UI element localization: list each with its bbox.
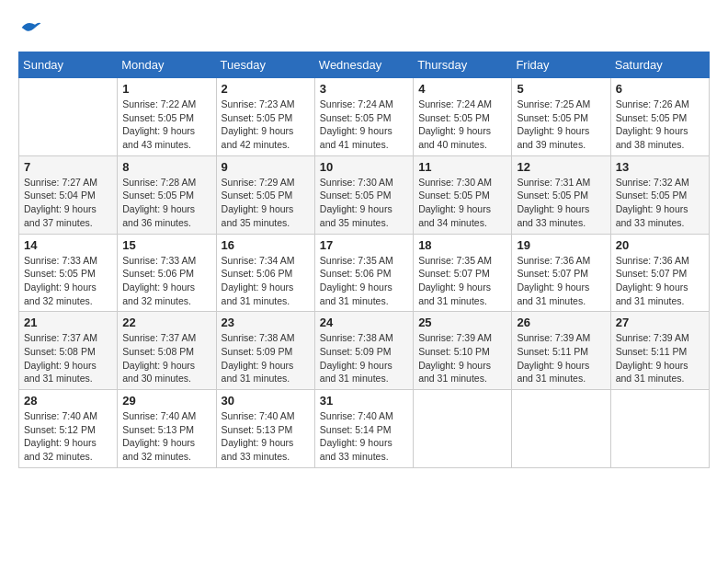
- day-info: Sunrise: 7:32 AMSunset: 5:05 PMDaylight:…: [616, 176, 704, 230]
- day-number: 30: [222, 394, 310, 408]
- calendar-header-row: SundayMondayTuesdayWednesdayThursdayFrid…: [19, 52, 710, 78]
- day-number: 15: [122, 238, 210, 252]
- calendar-cell: 6Sunrise: 7:26 AMSunset: 5:05 PMDaylight…: [610, 78, 709, 156]
- day-info: Sunrise: 7:30 AMSunset: 5:05 PMDaylight:…: [418, 176, 506, 230]
- calendar-cell: 7Sunrise: 7:27 AMSunset: 5:04 PMDaylight…: [19, 155, 118, 234]
- day-number: 7: [24, 160, 112, 174]
- page-header: [18, 18, 710, 37]
- logo-bird-icon: [20, 18, 42, 37]
- weekday-header: Wednesday: [314, 52, 413, 78]
- day-number: 5: [517, 82, 605, 96]
- day-number: 18: [418, 238, 506, 252]
- weekday-header: Monday: [118, 52, 216, 78]
- day-number: 27: [616, 316, 704, 329]
- day-number: 8: [122, 160, 210, 174]
- calendar-cell: 15Sunrise: 7:33 AMSunset: 5:06 PMDayligh…: [118, 234, 216, 312]
- day-number: 1: [122, 82, 210, 96]
- day-info: Sunrise: 7:38 AMSunset: 5:09 PMDaylight:…: [320, 331, 408, 385]
- calendar-cell: 23Sunrise: 7:38 AMSunset: 5:09 PMDayligh…: [216, 312, 314, 390]
- day-info: Sunrise: 7:37 AMSunset: 5:08 PMDaylight:…: [122, 331, 210, 385]
- day-number: 4: [418, 82, 506, 96]
- calendar-cell: [414, 390, 512, 468]
- day-number: 2: [222, 82, 310, 96]
- calendar-week-row: 28Sunrise: 7:40 AMSunset: 5:12 PMDayligh…: [19, 390, 710, 468]
- day-number: 11: [418, 160, 506, 174]
- day-info: Sunrise: 7:36 AMSunset: 5:07 PMDaylight:…: [616, 254, 704, 308]
- calendar-week-row: 21Sunrise: 7:37 AMSunset: 5:08 PMDayligh…: [19, 312, 710, 390]
- calendar-cell: 18Sunrise: 7:35 AMSunset: 5:07 PMDayligh…: [414, 234, 512, 312]
- calendar-cell: [19, 78, 118, 156]
- day-info: Sunrise: 7:25 AMSunset: 5:05 PMDaylight:…: [517, 98, 605, 152]
- day-number: 17: [320, 238, 408, 252]
- weekday-header: Saturday: [610, 52, 709, 78]
- day-number: 13: [616, 160, 704, 174]
- calendar-week-row: 1Sunrise: 7:22 AMSunset: 5:05 PMDaylight…: [19, 78, 710, 156]
- day-info: Sunrise: 7:39 AMSunset: 5:10 PMDaylight:…: [418, 331, 506, 385]
- calendar-cell: 29Sunrise: 7:40 AMSunset: 5:13 PMDayligh…: [118, 390, 216, 468]
- day-info: Sunrise: 7:34 AMSunset: 5:06 PMDaylight:…: [222, 254, 310, 308]
- day-number: 14: [24, 238, 112, 252]
- day-info: Sunrise: 7:39 AMSunset: 5:11 PMDaylight:…: [517, 331, 605, 385]
- weekday-header: Thursday: [414, 52, 512, 78]
- calendar-cell: [512, 390, 610, 468]
- day-info: Sunrise: 7:30 AMSunset: 5:05 PMDaylight:…: [320, 176, 408, 230]
- calendar-cell: 14Sunrise: 7:33 AMSunset: 5:05 PMDayligh…: [19, 234, 118, 312]
- calendar-cell: 28Sunrise: 7:40 AMSunset: 5:12 PMDayligh…: [19, 390, 118, 468]
- day-number: 16: [222, 238, 310, 252]
- calendar-cell: 10Sunrise: 7:30 AMSunset: 5:05 PMDayligh…: [314, 155, 413, 234]
- day-info: Sunrise: 7:24 AMSunset: 5:05 PMDaylight:…: [418, 98, 506, 152]
- day-info: Sunrise: 7:26 AMSunset: 5:05 PMDaylight:…: [616, 98, 704, 152]
- calendar-cell: 27Sunrise: 7:39 AMSunset: 5:11 PMDayligh…: [610, 312, 709, 390]
- calendar-week-row: 14Sunrise: 7:33 AMSunset: 5:05 PMDayligh…: [19, 234, 710, 312]
- calendar-cell: 3Sunrise: 7:24 AMSunset: 5:05 PMDaylight…: [314, 78, 413, 156]
- calendar-cell: 21Sunrise: 7:37 AMSunset: 5:08 PMDayligh…: [19, 312, 118, 390]
- day-number: 10: [320, 160, 408, 174]
- calendar-cell: 2Sunrise: 7:23 AMSunset: 5:05 PMDaylight…: [216, 78, 314, 156]
- calendar-cell: 22Sunrise: 7:37 AMSunset: 5:08 PMDayligh…: [118, 312, 216, 390]
- calendar-cell: 9Sunrise: 7:29 AMSunset: 5:05 PMDaylight…: [216, 155, 314, 234]
- calendar-week-row: 7Sunrise: 7:27 AMSunset: 5:04 PMDaylight…: [19, 155, 710, 234]
- calendar-cell: 24Sunrise: 7:38 AMSunset: 5:09 PMDayligh…: [314, 312, 413, 390]
- calendar-cell: 26Sunrise: 7:39 AMSunset: 5:11 PMDayligh…: [512, 312, 610, 390]
- day-info: Sunrise: 7:28 AMSunset: 5:05 PMDaylight:…: [122, 176, 210, 230]
- day-info: Sunrise: 7:33 AMSunset: 5:05 PMDaylight:…: [24, 254, 112, 308]
- calendar-cell: 13Sunrise: 7:32 AMSunset: 5:05 PMDayligh…: [610, 155, 709, 234]
- day-number: 19: [517, 238, 605, 252]
- day-number: 26: [517, 316, 605, 329]
- day-number: 29: [122, 394, 210, 408]
- day-number: 12: [517, 160, 605, 174]
- calendar-cell: 1Sunrise: 7:22 AMSunset: 5:05 PMDaylight…: [118, 78, 216, 156]
- calendar-cell: 17Sunrise: 7:35 AMSunset: 5:06 PMDayligh…: [314, 234, 413, 312]
- day-info: Sunrise: 7:35 AMSunset: 5:06 PMDaylight:…: [320, 254, 408, 308]
- weekday-header: Sunday: [19, 52, 118, 78]
- day-info: Sunrise: 7:23 AMSunset: 5:05 PMDaylight:…: [222, 98, 310, 152]
- calendar-table: SundayMondayTuesdayWednesdayThursdayFrid…: [18, 52, 710, 468]
- calendar-cell: 20Sunrise: 7:36 AMSunset: 5:07 PMDayligh…: [610, 234, 709, 312]
- day-number: 9: [222, 160, 310, 174]
- day-info: Sunrise: 7:35 AMSunset: 5:07 PMDaylight:…: [418, 254, 506, 308]
- day-number: 28: [24, 394, 112, 408]
- calendar-cell: 12Sunrise: 7:31 AMSunset: 5:05 PMDayligh…: [512, 155, 610, 234]
- day-info: Sunrise: 7:24 AMSunset: 5:05 PMDaylight:…: [320, 98, 408, 152]
- day-info: Sunrise: 7:36 AMSunset: 5:07 PMDaylight:…: [517, 254, 605, 308]
- day-info: Sunrise: 7:39 AMSunset: 5:11 PMDaylight:…: [616, 331, 704, 385]
- day-number: 23: [222, 316, 310, 329]
- day-info: Sunrise: 7:31 AMSunset: 5:05 PMDaylight:…: [517, 176, 605, 230]
- day-info: Sunrise: 7:33 AMSunset: 5:06 PMDaylight:…: [122, 254, 210, 308]
- day-number: 6: [616, 82, 704, 96]
- calendar-cell: 8Sunrise: 7:28 AMSunset: 5:05 PMDaylight…: [118, 155, 216, 234]
- day-number: 20: [616, 238, 704, 252]
- day-info: Sunrise: 7:27 AMSunset: 5:04 PMDaylight:…: [24, 176, 112, 230]
- day-info: Sunrise: 7:37 AMSunset: 5:08 PMDaylight:…: [24, 331, 112, 385]
- day-number: 22: [122, 316, 210, 329]
- day-info: Sunrise: 7:40 AMSunset: 5:13 PMDaylight:…: [222, 409, 310, 464]
- weekday-header: Friday: [512, 52, 610, 78]
- calendar-cell: [610, 390, 709, 468]
- weekday-header: Tuesday: [216, 52, 314, 78]
- day-info: Sunrise: 7:38 AMSunset: 5:09 PMDaylight:…: [222, 331, 310, 385]
- calendar-cell: 11Sunrise: 7:30 AMSunset: 5:05 PMDayligh…: [414, 155, 512, 234]
- day-info: Sunrise: 7:40 AMSunset: 5:12 PMDaylight:…: [24, 409, 112, 464]
- day-info: Sunrise: 7:22 AMSunset: 5:05 PMDaylight:…: [122, 98, 210, 152]
- day-info: Sunrise: 7:29 AMSunset: 5:05 PMDaylight:…: [222, 176, 310, 230]
- day-number: 21: [24, 316, 112, 329]
